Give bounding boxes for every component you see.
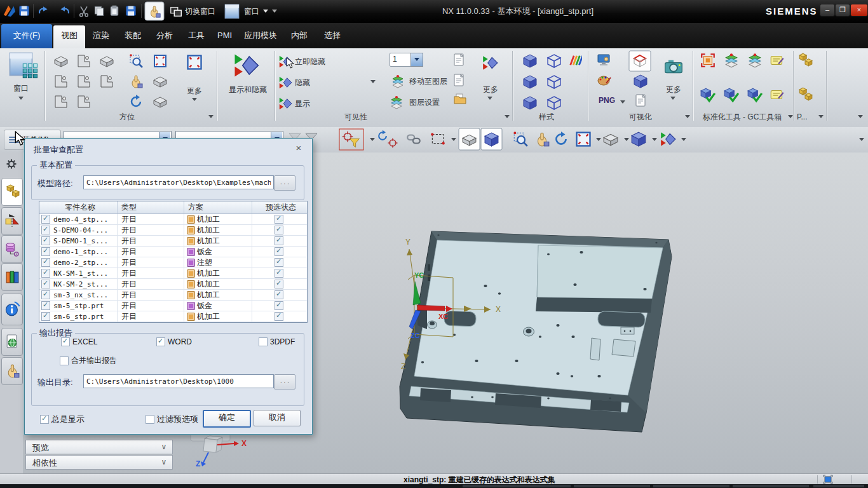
orientation-group-dialog-icon[interactable] [208, 115, 214, 118]
pan-icon[interactable] [132, 76, 142, 88]
row-checkbox[interactable] [41, 258, 50, 267]
orientation-more-dropdown-icon[interactable] [192, 98, 197, 101]
render-style-icon[interactable] [634, 75, 647, 88]
hide-icon[interactable] [280, 77, 292, 88]
gc-group-dropdown-icon[interactable] [788, 115, 793, 118]
header-type[interactable]: 类型 [118, 201, 184, 214]
parts-table[interactable]: 零件名称 类型 方案 预选状态 demo-4_stp...开目机加工S-DEMO… [39, 201, 308, 323]
datum-display-icon[interactable] [604, 134, 618, 145]
orientation-more-icon[interactable] [188, 56, 201, 69]
view-in-layer-icon[interactable] [454, 54, 463, 65]
row-checkbox[interactable] [41, 312, 50, 321]
style-shaded-icon[interactable] [524, 76, 536, 88]
minimize-button[interactable]: – [820, 4, 835, 17]
layer-copy-icon[interactable] [454, 74, 463, 86]
fit-dropdown-icon[interactable] [596, 138, 601, 141]
ok-button[interactable]: 确定 [203, 410, 251, 428]
visualization-group-dialog-icon[interactable] [685, 115, 690, 118]
show-icon[interactable] [280, 98, 292, 109]
word-checkbox[interactable] [156, 337, 165, 346]
window-menu-label[interactable]: 窗口 [244, 6, 259, 17]
rectangle-select-icon[interactable] [431, 133, 445, 144]
excel-option[interactable]: EXCEL [61, 337, 97, 346]
preselect-checkbox[interactable] [275, 312, 283, 321]
style-wireframe-icon[interactable] [548, 55, 560, 67]
gc-model-check-icon[interactable] [701, 88, 715, 101]
show-label[interactable]: 显示 [295, 98, 310, 109]
roles-gear-icon[interactable] [7, 159, 17, 169]
layer-settings-label[interactable]: 图层设置 [409, 97, 440, 107]
row-checkbox[interactable] [41, 247, 50, 256]
perspective-icon[interactable] [154, 77, 166, 87]
gc-abc-annotation-icon[interactable] [771, 91, 783, 99]
preselect-checkbox[interactable] [275, 301, 283, 310]
datum-dropdown-icon[interactable] [624, 138, 629, 141]
layer-combo[interactable]: 1 [390, 53, 412, 67]
window-icon[interactable] [225, 4, 239, 18]
layer-category-icon[interactable] [454, 94, 466, 104]
edit-object-display-icon[interactable] [598, 55, 609, 65]
excel-checkbox[interactable] [61, 337, 70, 346]
visualization-more-label[interactable]: 更多 [658, 85, 689, 94]
render-dropdown-icon[interactable] [652, 138, 657, 141]
rect-select-dropdown-icon[interactable] [451, 138, 456, 141]
batch-review-dialog[interactable]: 批量审查配置 × 基本配置 模型路径: . . . 零件名称 类型 方案 预选状… [24, 139, 313, 435]
always-show-option[interactable]: 总是显示 [40, 414, 85, 425]
snap-target-icon[interactable] [388, 139, 398, 148]
style-hidden-edges-icon[interactable] [548, 76, 560, 88]
view-isometric-icon[interactable] [100, 57, 113, 67]
style-static-wireframe-icon[interactable] [548, 97, 560, 109]
tab-select[interactable]: 选择 [316, 25, 348, 46]
dialog-close-icon[interactable]: × [293, 142, 304, 154]
cancel-button[interactable]: 取消 [254, 410, 301, 426]
preselect-checkbox[interactable] [275, 280, 283, 288]
cascade-windows-icon[interactable] [23, 64, 37, 78]
window-button-label[interactable]: 窗口 [5, 84, 37, 93]
table-row[interactable]: sm-5_stp.prt开目钣金 [39, 301, 307, 311]
window-menu-dropdown-icon[interactable] [263, 10, 268, 13]
move-to-layer-icon[interactable] [393, 75, 403, 88]
hide-immediately-label[interactable]: 立即隐藏 [295, 57, 325, 67]
visibility-gallery-dropdown-icon[interactable] [370, 80, 376, 83]
tab-pmi[interactable]: PMI [210, 25, 240, 46]
undo-icon[interactable] [39, 6, 48, 13]
output-dir-browse-button[interactable]: . . . [274, 374, 295, 390]
sidebar-tab-assembly-navigator[interactable] [1, 178, 23, 206]
tab-internal[interactable]: 内部 [283, 25, 315, 46]
preselect-checkbox[interactable] [275, 290, 283, 299]
sidebar-tab-part-navigator[interactable] [1, 235, 23, 263]
row-checkbox[interactable] [41, 290, 50, 299]
view-back-icon[interactable] [55, 96, 67, 107]
layer-combo-dropdown[interactable] [410, 53, 423, 67]
sidebar-tab-touch[interactable] [1, 357, 23, 385]
close-button[interactable]: × [850, 4, 868, 17]
output-dir-input[interactable] [83, 374, 274, 388]
tab-analysis[interactable]: 分析 [149, 25, 180, 46]
layer-settings-icon[interactable] [391, 96, 402, 109]
preselect-checkbox[interactable] [275, 236, 283, 245]
table-row[interactable]: S-DEMO-04-...开目机加工 [39, 225, 307, 236]
window-button-dropdown-icon[interactable] [18, 97, 24, 100]
tab-view[interactable]: 视图 [53, 25, 85, 48]
switch-window-icon[interactable] [171, 8, 182, 17]
visual-reset-icon[interactable] [636, 95, 645, 106]
restore-button[interactable]: ❐ [835, 4, 850, 17]
png-dropdown-icon[interactable] [620, 100, 625, 104]
table-row[interactable]: sm-3_nx_st...开目机加工 [39, 290, 307, 301]
gc-note-icon[interactable] [771, 57, 783, 65]
style-studio-icon[interactable] [524, 97, 536, 109]
visibility-group-dialog-icon[interactable] [505, 115, 510, 118]
view-bottom-icon[interactable] [78, 96, 90, 107]
show-hide-tool-icon[interactable] [661, 132, 675, 146]
nx-logo-icon[interactable] [4, 6, 15, 17]
merge-option[interactable]: 合并输出报告 [60, 355, 117, 366]
parts-table-header[interactable]: 零件名称 类型 方案 预选状态 [39, 201, 307, 214]
redo-icon[interactable] [60, 6, 69, 13]
regenerate-icon[interactable] [154, 97, 166, 107]
show-hide-label[interactable]: 显示和隐藏 [222, 85, 273, 94]
visual-preferences-icon[interactable] [598, 76, 611, 85]
hide-label[interactable]: 隐藏 [295, 78, 310, 88]
fit-tool-icon[interactable] [577, 133, 590, 146]
view-top-icon[interactable] [78, 55, 90, 67]
sidebar-tab-web-browser[interactable] [1, 294, 23, 325]
